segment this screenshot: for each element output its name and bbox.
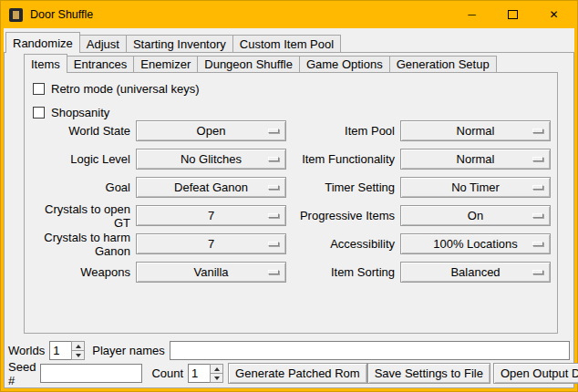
- worlds-input[interactable]: [49, 341, 71, 360]
- dropdown-indicator-icon: [268, 129, 279, 133]
- dropdown-value: Normal: [401, 121, 550, 140]
- option-rows: World State Open Item Pool Normal Logic …: [26, 117, 555, 286]
- tab-randomize[interactable]: Randomize: [5, 32, 80, 53]
- dropdown-indicator-icon: [268, 185, 279, 190]
- tab-items[interactable]: Items: [24, 54, 67, 73]
- progressive-items-dropdown[interactable]: On: [400, 205, 551, 226]
- tab-label: Randomize: [13, 36, 73, 50]
- worlds-spin-arrows: [71, 341, 85, 360]
- dropdown-value: 100% Locations: [401, 234, 550, 253]
- tab-generation-setup[interactable]: Generation Setup: [389, 56, 497, 72]
- item-sorting-label: Item Sorting: [286, 265, 395, 279]
- dropdown-value: Normal: [401, 150, 550, 169]
- dropdown-indicator-icon: [532, 185, 543, 190]
- dropdown-value: Balanced: [401, 263, 550, 282]
- tab-label: Dungeon Shuffle: [204, 57, 293, 71]
- worlds-spin-down-icon[interactable]: [72, 350, 84, 359]
- item-functionality-label: Item Functionality: [286, 152, 395, 166]
- dropdown-indicator-icon: [532, 270, 543, 274]
- count-spin-up-icon[interactable]: [211, 365, 222, 373]
- close-button[interactable]: ✕: [533, 1, 574, 28]
- save-settings-button[interactable]: Save Settings to File: [367, 363, 490, 384]
- logic-level-dropdown[interactable]: No Glitches: [136, 149, 286, 170]
- retro-mode-checkbox[interactable]: [33, 83, 45, 95]
- item-pool-label: Item Pool: [286, 124, 395, 138]
- tab-starting-inventory[interactable]: Starting Inventory: [126, 35, 233, 52]
- item-sorting-dropdown[interactable]: Balanced: [400, 262, 551, 283]
- window-content: Randomize Adjust Starting Inventory Cust…: [4, 28, 574, 388]
- seed-row: Seed # Count Generate Patched Rom Save S…: [8, 363, 570, 384]
- minimize-icon: ─: [468, 9, 476, 20]
- worlds-row: Worlds Player names: [8, 340, 570, 361]
- maximize-button[interactable]: [492, 1, 533, 28]
- dropdown-indicator-icon: [532, 242, 543, 246]
- titlebar: Door Shuffle ─ ✕: [4, 1, 574, 28]
- dropdown-indicator-icon: [268, 213, 279, 218]
- item-functionality-dropdown[interactable]: Normal: [400, 149, 551, 170]
- dropdown-indicator-icon: [268, 270, 279, 274]
- crystals-ganon-label: Crystals to harm Ganon: [26, 231, 130, 258]
- timer-setting-label: Timer Setting: [286, 181, 395, 194]
- dropdown-indicator-icon: [532, 213, 543, 218]
- option-row: Weapons Vanilla Item Sorting Balanced: [26, 258, 555, 286]
- logic-level-label: Logic Level: [26, 152, 130, 166]
- worlds-spin-up-icon[interactable]: [72, 342, 84, 350]
- dropdown-value: Vanilla: [137, 263, 285, 282]
- option-row: Crystals to open GT 7 Progressive Items …: [26, 201, 555, 230]
- item-pool-dropdown[interactable]: Normal: [400, 120, 551, 141]
- close-icon: ✕: [549, 9, 558, 20]
- tab-label: Items: [31, 57, 60, 71]
- count-spin-down-icon[interactable]: [211, 373, 222, 382]
- door-shuffle-window: Door Shuffle ─ ✕ Randomize Adjust Starti…: [0, 0, 578, 392]
- button-label: Generate Patched Rom: [235, 366, 360, 380]
- world-state-dropdown[interactable]: Open: [136, 120, 286, 141]
- retro-mode-label: Retro mode (universal keys): [51, 82, 200, 96]
- tab-entrances[interactable]: Entrances: [67, 56, 135, 72]
- tab-custom-item-pool[interactable]: Custom Item Pool: [232, 35, 341, 52]
- count-input[interactable]: [188, 364, 210, 383]
- tab-label: Enemizer: [140, 57, 191, 71]
- button-label: Open Output Directory: [501, 366, 578, 380]
- outer-tab-bar: Randomize Adjust Starting Inventory Cust…: [5, 32, 341, 52]
- button-label: Save Settings to File: [375, 366, 483, 380]
- weapons-label: Weapons: [26, 265, 130, 279]
- open-output-directory-button[interactable]: Open Output Directory: [493, 363, 578, 384]
- dropdown-value: 7: [137, 234, 285, 253]
- tab-label: Game Options: [306, 57, 383, 71]
- crystals-gt-label: Crystals to open GT: [26, 202, 130, 230]
- tab-dungeon-shuffle[interactable]: Dungeon Shuffle: [197, 56, 300, 72]
- tab-game-options[interactable]: Game Options: [299, 56, 390, 72]
- world-state-label: World State: [26, 124, 130, 138]
- goal-dropdown[interactable]: Defeat Ganon: [136, 177, 286, 198]
- dropdown-value: No Timer: [401, 178, 550, 197]
- app-icon: [9, 8, 23, 22]
- worlds-label: Worlds: [8, 344, 45, 357]
- tab-label: Entrances: [74, 57, 128, 71]
- minimize-button[interactable]: ─: [451, 1, 492, 28]
- dropdown-value: No Glitches: [137, 150, 285, 169]
- option-row: Logic Level No Glitches Item Functionali…: [26, 145, 555, 173]
- inner-tab-bar: Items Entrances Enemizer Dungeon Shuffle…: [24, 54, 497, 72]
- randomize-pane: Items Entrances Enemizer Dungeon Shuffle…: [4, 52, 574, 388]
- accessibility-dropdown[interactable]: 100% Locations: [400, 233, 551, 254]
- tab-enemizer[interactable]: Enemizer: [133, 56, 198, 72]
- seed-label: Seed #: [8, 360, 36, 387]
- window-title: Door Shuffle: [30, 8, 93, 21]
- dropdown-value: Open: [137, 121, 285, 140]
- crystals-ganon-dropdown[interactable]: 7: [136, 233, 286, 254]
- tab-adjust[interactable]: Adjust: [79, 35, 127, 52]
- player-names-input[interactable]: [170, 341, 570, 360]
- timer-setting-dropdown[interactable]: No Timer: [400, 177, 551, 198]
- generate-patched-rom-button[interactable]: Generate Patched Rom: [228, 363, 367, 384]
- dropdown-indicator-icon: [268, 157, 279, 161]
- tab-label: Custom Item Pool: [240, 37, 334, 51]
- crystals-gt-dropdown[interactable]: 7: [136, 205, 286, 226]
- window-controls: ─ ✕: [451, 1, 574, 28]
- count-spin-arrows: [210, 364, 223, 383]
- weapons-dropdown[interactable]: Vanilla: [136, 262, 286, 283]
- tab-label: Adjust: [87, 37, 119, 51]
- option-row: World State Open Item Pool Normal: [26, 117, 555, 145]
- option-row: Crystals to harm Ganon 7 Accessibility 1…: [26, 230, 555, 258]
- seed-input[interactable]: [40, 364, 142, 383]
- accessibility-label: Accessibility: [286, 237, 395, 251]
